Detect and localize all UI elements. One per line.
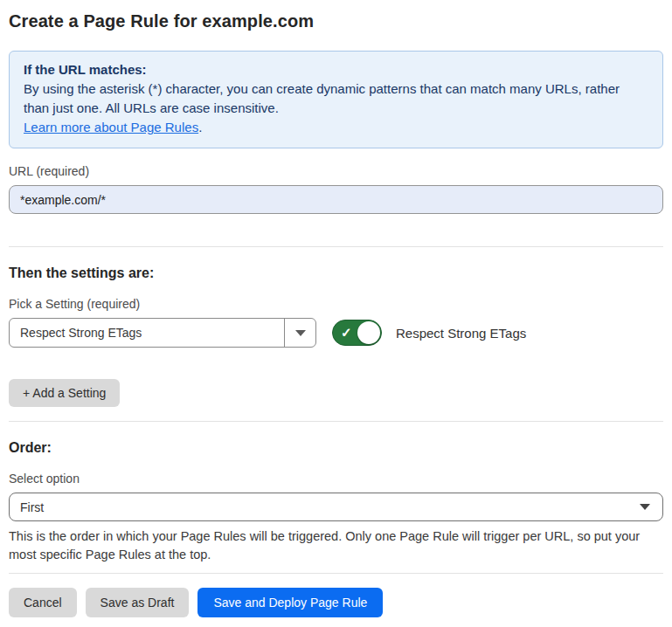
toggle-knob	[357, 321, 380, 344]
setting-select[interactable]: Respect Strong ETags	[9, 318, 316, 348]
add-setting-button[interactable]: + Add a Setting	[9, 379, 120, 407]
page-title: Create a Page Rule for example.com	[9, 10, 663, 31]
divider	[9, 246, 663, 247]
form-actions: Cancel Save as Draft Save and Deploy Pag…	[9, 588, 663, 617]
divider	[9, 421, 663, 422]
link-suffix: .	[198, 120, 202, 134]
learn-more-link[interactable]: Learn more about Page Rules	[24, 120, 198, 134]
order-select-label: Select option	[9, 472, 663, 486]
order-heading: Order:	[9, 439, 663, 456]
setting-select-arrow-button[interactable]	[284, 319, 315, 347]
pick-setting-label: Pick a Setting (required)	[9, 297, 663, 312]
info-box-body: By using the asterisk (*) character, you…	[24, 79, 648, 118]
setting-select-value: Respect Strong ETags	[10, 319, 284, 347]
info-box-heading: If the URL matches:	[24, 60, 648, 79]
settings-heading: Then the settings are:	[9, 265, 663, 281]
info-box-link-line: Learn more about Page Rules.	[24, 118, 648, 137]
cancel-button[interactable]: Cancel	[9, 588, 77, 617]
url-input[interactable]	[9, 185, 663, 214]
save-and-deploy-button[interactable]: Save and Deploy Page Rule	[197, 588, 383, 617]
url-matches-info-box: If the URL matches: By using the asteris…	[9, 51, 663, 148]
url-label: URL (required)	[9, 164, 663, 179]
order-select[interactable]: First	[9, 493, 663, 521]
order-select-value: First	[20, 500, 640, 514]
chevron-down-icon	[640, 504, 650, 510]
chevron-down-icon	[295, 330, 306, 336]
save-as-draft-button[interactable]: Save as Draft	[86, 588, 190, 617]
setting-row: Respect Strong ETags ✓ Respect Strong ET…	[9, 318, 663, 348]
divider	[9, 573, 663, 574]
order-help-text: This is the order in which your Page Rul…	[9, 527, 663, 564]
check-icon: ✓	[341, 326, 352, 339]
toggle-label: Respect Strong ETags	[396, 326, 526, 341]
respect-strong-etags-toggle[interactable]: ✓	[332, 320, 382, 346]
page-rule-form: Create a Page Rule for example.com If th…	[0, 0, 672, 627]
